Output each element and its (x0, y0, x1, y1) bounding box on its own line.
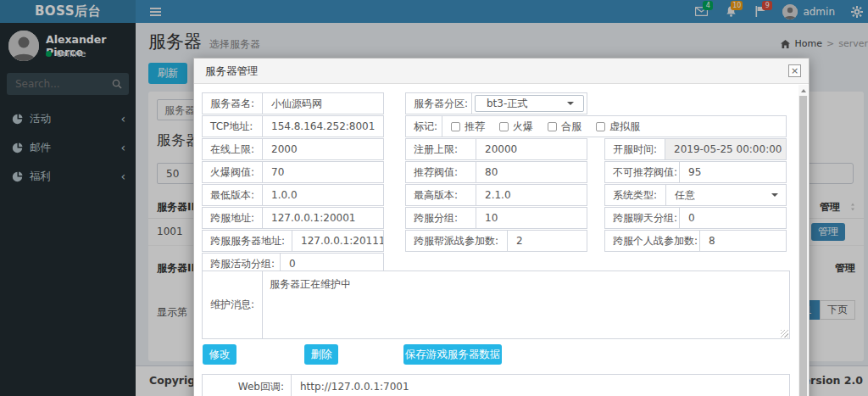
cross-server-address-input[interactable]: 127.0.0.1:20001 (263, 208, 383, 228)
cross-chat-group-input[interactable]: 0 (680, 208, 786, 228)
field-register-limit: 注册上限: 20000 (405, 138, 587, 160)
field-open-time: 开服时间: 2019-05-25 00:00:00 (604, 138, 787, 160)
field-hot-threshold: 火爆阀值: 70 (202, 161, 384, 183)
field-label: TCP地址: (203, 116, 263, 137)
server-partition-select[interactable]: bt3-正式 (475, 95, 584, 112)
field-server-name: 服务器名: 小仙源码网 (202, 92, 384, 114)
checkbox-label: 推荐 (465, 120, 485, 134)
open-time-input[interactable]: 2019-05-25 00:00:00 (665, 139, 786, 159)
register-limit-input[interactable]: 20000 (476, 139, 587, 159)
guild-war-count-input[interactable]: 2 (508, 231, 587, 251)
cross-server-group-input[interactable]: 10 (476, 208, 587, 228)
field-label: 维护消息: (203, 271, 263, 338)
min-version-input[interactable]: 1.0.0 (263, 185, 383, 205)
checkbox-recommended[interactable]: 推荐 (451, 120, 485, 134)
field-label: 开服时间: (605, 139, 665, 159)
checkbox-virtual[interactable]: 虚拟服 (596, 120, 640, 134)
server-management-dialog: 服务器管理 × 服务器名: 小仙源码网 TCP地址: 154.8.164.252… (193, 58, 810, 396)
personal-war-count-input[interactable]: 8 (700, 231, 786, 251)
checkbox-icon (596, 122, 605, 131)
dialog-title: 服务器管理 (194, 59, 809, 84)
field-label: 不可推荐阀值: (605, 162, 680, 182)
scroll-up-arrow-icon[interactable] (798, 85, 808, 96)
web-callback-input[interactable]: http://127.0.0.1:7001 (292, 375, 789, 396)
field-label: 服务器分区: (406, 93, 472, 114)
resize-grip[interactable] (781, 330, 788, 337)
field-label: 跨服分组: (406, 208, 476, 228)
field-no-recommend-threshold: 不可推荐阀值: 95 (604, 161, 787, 183)
tags-checkbox-group: 推荐 火爆 合服 虚拟服 (442, 116, 786, 137)
modify-button[interactable]: 修改 (203, 344, 236, 365)
field-online-limit: 在线上限: 2000 (202, 138, 384, 160)
app-root: BOSS后台 4 10 9 (0, 0, 868, 396)
checkbox-icon (548, 122, 557, 131)
tcp-address-input[interactable]: 154.8.164.252:8001 (263, 116, 383, 137)
no-recommend-threshold-input[interactable]: 95 (680, 162, 786, 182)
checkbox-icon (499, 122, 509, 131)
hot-threshold-input[interactable]: 70 (263, 162, 383, 182)
field-cross-server-address: 跨服地址: 127.0.0.1:20001 (202, 207, 384, 229)
server-name-input[interactable]: 小仙源码网 (263, 93, 383, 114)
open-time-value: 2019-05-25 00:00:00 (674, 143, 782, 155)
system-type-select[interactable]: 任意 (666, 185, 786, 205)
checkbox-label: 虚拟服 (609, 120, 640, 134)
field-min-version: 最低版本: 1.0.0 (202, 184, 384, 206)
field-cross-server-group: 跨服分组: 10 (405, 207, 587, 229)
field-tcp-address: TCP地址: 154.8.164.252:8001 (202, 115, 384, 137)
field-label: 跨服帮派战参加数: (406, 231, 508, 251)
chevron-down-icon (567, 102, 574, 105)
cross-server-host-input[interactable]: 127.0.0.1:20111 (292, 231, 383, 251)
recommend-threshold-input[interactable]: 80 (476, 162, 587, 182)
scrollbar-thumb[interactable] (799, 96, 807, 396)
online-limit-input[interactable]: 2000 (263, 139, 383, 159)
field-label: 跨服个人战参加数: (605, 231, 700, 251)
field-label: 标记: (406, 116, 442, 137)
chevron-down-icon (771, 193, 778, 197)
field-label: 跨服聊天分组: (605, 208, 680, 228)
field-label: 推荐阀值: (406, 162, 476, 182)
field-label: 服务器名: (203, 93, 263, 114)
field-max-version: 最高版本: 2.1.0 (405, 184, 587, 206)
close-icon[interactable]: × (788, 64, 801, 77)
field-label: 跨服地址: (203, 208, 263, 228)
server-partition-value: bt3-正式 (487, 97, 527, 111)
save-server-data-button[interactable]: 保存游戏服务器数据 (403, 344, 502, 365)
field-label: 在线上限: (203, 139, 263, 159)
field-maintenance-message: 维护消息: 服务器正在维护中 (202, 271, 790, 339)
field-system-type: 系统类型: 任意 (604, 184, 787, 206)
checkbox-label: 合服 (561, 120, 581, 134)
system-type-value: 任意 (675, 188, 695, 203)
delete-button[interactable]: 删除 (304, 344, 338, 365)
field-label: Web回调: (203, 375, 292, 396)
field-web-callback: Web回调: http://127.0.0.1:7001 (202, 374, 790, 396)
maintenance-message-text: 服务器正在维护中 (270, 278, 351, 290)
field-cross-chat-group: 跨服聊天分组: 0 (604, 207, 787, 229)
field-personal-war-count: 跨服个人战参加数: 8 (604, 230, 787, 252)
field-label: 系统类型: (605, 185, 666, 205)
dialog-scrollbar (798, 85, 808, 396)
field-cross-server-host: 跨服服务器地址: 127.0.0.1:20111 (202, 230, 384, 252)
checkbox-icon (451, 122, 460, 131)
field-label: 最低版本: (203, 185, 263, 205)
field-label: 注册上限: (406, 139, 476, 159)
max-version-input[interactable]: 2.1.0 (476, 185, 587, 205)
checkbox-merged[interactable]: 合服 (548, 120, 581, 134)
field-label: 跨服服务器地址: (203, 231, 292, 251)
checkbox-label: 火爆 (513, 120, 533, 134)
checkbox-hot[interactable]: 火爆 (499, 120, 533, 134)
field-tags: 标记: 推荐 火爆 合服 虚拟服 (405, 115, 787, 137)
field-server-partition: 服务器分区: bt3-正式 (405, 92, 587, 114)
maintenance-message-textarea[interactable]: 服务器正在维护中 (263, 271, 789, 338)
field-label: 火爆阀值: (203, 162, 263, 182)
field-guild-war-count: 跨服帮派战参加数: 2 (405, 230, 587, 252)
field-recommend-threshold: 推荐阀值: 80 (405, 161, 587, 183)
field-label: 最高版本: (406, 185, 476, 205)
